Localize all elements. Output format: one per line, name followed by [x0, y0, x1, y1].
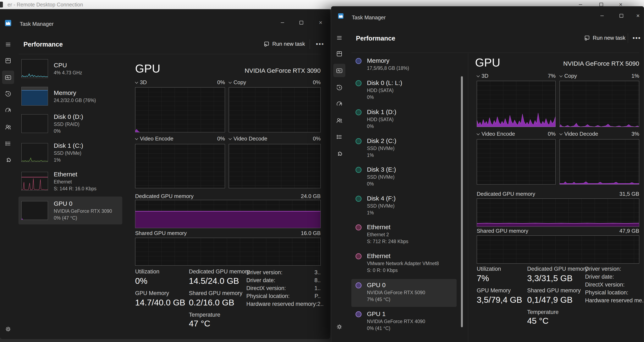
chart-header-3d[interactable]: 3D 7%	[477, 73, 556, 79]
nav-services-icon[interactable]	[0, 155, 16, 165]
nav-startup-apps-icon[interactable]	[331, 99, 348, 109]
maximize-button[interactable]	[615, 11, 628, 21]
chevron-down-icon	[135, 137, 138, 140]
sidebar-item-ethernet[interactable]: EthernetEthernetS: 144 R: 16.0 Kbps	[18, 168, 122, 195]
header-underline	[19, 54, 321, 54]
item-detail: HDD (SATA)	[367, 117, 396, 122]
item-title: Disk 1 (D:)	[367, 108, 396, 115]
nav-app-history-icon[interactable]	[331, 83, 348, 92]
item-detail: HDD (SATA)	[367, 88, 402, 93]
driver-label: Hardware reserved me...	[585, 297, 644, 304]
close-button[interactable]: ×	[315, 18, 327, 28]
chart-percent: 0%	[313, 79, 321, 86]
chart-header-video-encode[interactable]: Video Encode 0%	[477, 131, 556, 137]
chart-video-decode	[560, 139, 639, 185]
item-detail2: 1%	[54, 157, 83, 163]
close-button[interactable]: ×	[632, 11, 644, 21]
run-new-task-button[interactable]: Run new task	[264, 41, 305, 47]
nav-startup-apps-icon[interactable]	[0, 106, 16, 115]
sidebar-item-gpu0[interactable]: GPU 0NVIDIA GeForce RTX 30900% (47 °C)	[18, 197, 122, 224]
window-title: Task Manager	[352, 14, 386, 21]
stat-label-temperature: Temperature	[189, 312, 220, 318]
chart-3d	[477, 81, 556, 127]
sidebar-item-disk0[interactable]: Disk 0 (D:)SSD (RAID)0%	[18, 110, 122, 137]
chart-header-3d[interactable]: 3D 0%	[135, 79, 225, 86]
item-detail: 24.2/32.0 GB (76%)	[54, 98, 96, 103]
chart-header-copy[interactable]: Copy 1%	[560, 73, 639, 79]
chart-percent: 3%	[631, 131, 639, 137]
chart-video-decode	[229, 144, 321, 188]
sidebar-scrollbar[interactable]	[461, 76, 463, 327]
item-detail2: S: 144 R: 16.0 Kbps	[54, 186, 96, 192]
minimize-button[interactable]	[596, 11, 608, 21]
stat-label-gpu-memory: GPU Memory	[135, 290, 169, 296]
settings-gear-icon[interactable]	[331, 322, 348, 332]
sidebar-item-gpu1[interactable]: GPU 1NVIDIA GeForce RTX 40900% (41 °C)	[351, 310, 456, 331]
item-detail: Ethernet	[54, 179, 96, 185]
hamburger-menu-icon[interactable]	[331, 33, 348, 43]
nav-performance-icon[interactable]	[0, 73, 16, 82]
sidebar-item-ethernet2[interactable]: EthernetVMware Network Adapter VMnet8S: …	[351, 252, 456, 273]
chart-label: Video Encode	[140, 135, 173, 142]
nav-details-icon[interactable]	[0, 139, 16, 148]
dedicated-memory-chart	[477, 199, 639, 227]
shared-memory-header: Shared GPU memory 47,9 GB	[477, 228, 639, 234]
chevron-down-icon	[476, 132, 480, 135]
section-label: Dedicated GPU memory	[135, 193, 194, 200]
sidebar-item-gpu0[interactable]: GPU 0NVIDIA GeForce RTX 50907% (45 °C)	[351, 282, 456, 302]
gpu-device-name: NVIDIA GeForce RTX 3090	[196, 67, 321, 74]
stat-value-gpu-memory: 14.7/40.0 GB	[135, 298, 185, 307]
rdp-app-icon	[0, 2, 3, 8]
chart-label: Video Decode	[564, 131, 598, 137]
sidebar-item-disk1[interactable]: Disk 1 (C:)SSD (NVMe)1%	[18, 139, 122, 166]
item-detail: 4% 4.73 GHz	[54, 70, 82, 76]
driver-label: Driver date:	[246, 277, 276, 284]
item-detail2: S: 712 R: 248 Kbps	[367, 239, 408, 244]
sidebar-item-disk1[interactable]: Disk 1 (D:)HDD (SATA)0%	[351, 108, 456, 129]
task-manager-app-icon	[338, 13, 344, 19]
chart-percent: 1%	[631, 73, 639, 79]
sidebar-item-memory[interactable]: Memory24.2/32.0 GB (76%)	[18, 83, 122, 110]
item-title: Disk 0 (D:)	[54, 113, 83, 120]
chart-header-video-encode[interactable]: Video Encode 0%	[135, 135, 225, 142]
nav-users-icon[interactable]	[0, 122, 16, 132]
sidebar-item-ethernet1[interactable]: EthernetEthernet 2S: 712 R: 248 Kbps	[351, 224, 456, 244]
chart-header-video-decode[interactable]: Video Decode 0%	[229, 135, 321, 142]
sidebar-item-memory[interactable]: Memory17,5/95,8 GB (18%)	[351, 57, 456, 71]
section-label: Dedicated GPU memory	[477, 191, 535, 197]
stat-label-dedicated: Dedicated GPU memory	[189, 268, 250, 275]
driver-row: Physical location:	[585, 289, 639, 296]
nav-details-icon[interactable]	[331, 132, 348, 142]
chevron-down-icon	[228, 80, 232, 84]
nav-processes-icon[interactable]	[0, 56, 16, 65]
nav-performance-icon[interactable]	[331, 66, 348, 75]
chart-header-video-decode[interactable]: Video Decode 3%	[560, 131, 639, 137]
driver-label: Physical location:	[246, 293, 290, 299]
sidebar-item-cpu[interactable]: CPU4% 4.73 GHz	[18, 55, 122, 82]
dedicated-memory-header: Dedicated GPU memory 24.0 GB	[135, 193, 321, 200]
sidebar-item-disk0[interactable]: Disk 0 (L: L:)HDD (SATA)0%	[351, 79, 456, 100]
sidebar-item-disk2[interactable]: Disk 2 (C:)SSD (NVMe)1%	[351, 137, 456, 158]
stat-value-utilization: 0%	[135, 276, 147, 286]
sidebar-item-disk4[interactable]: Disk 4 (F:)SSD (NVMe)1%	[351, 195, 456, 216]
minimize-button[interactable]	[276, 18, 288, 28]
driver-row: DirectX version:1..	[246, 285, 321, 291]
disk1-mini-chart	[22, 143, 48, 162]
settings-gear-icon[interactable]	[0, 324, 16, 334]
hamburger-menu-icon[interactable]	[0, 40, 16, 49]
nav-app-history-icon[interactable]	[0, 89, 16, 99]
nav-services-icon[interactable]	[331, 149, 348, 158]
item-title: Disk 0 (L: L:)	[367, 79, 402, 86]
nav-processes-icon[interactable]	[331, 49, 348, 59]
section-label: Shared GPU memory	[135, 230, 187, 236]
driver-row: DirectX version:	[585, 282, 639, 288]
run-new-task-button[interactable]: Run new task	[584, 35, 626, 41]
nav-users-icon[interactable]	[331, 116, 348, 125]
chart-header-copy[interactable]: Copy 0%	[229, 79, 321, 86]
page-title: Performance	[24, 41, 63, 48]
maximize-button[interactable]	[295, 18, 307, 28]
driver-value: 1..	[314, 285, 321, 291]
sidebar-item-disk3[interactable]: Disk 3 (E:)SSD (NVMe)0%	[351, 166, 456, 187]
chart-label: Copy	[234, 79, 246, 86]
stat-label-dedicated: Dedicated GPU memory	[527, 266, 588, 272]
